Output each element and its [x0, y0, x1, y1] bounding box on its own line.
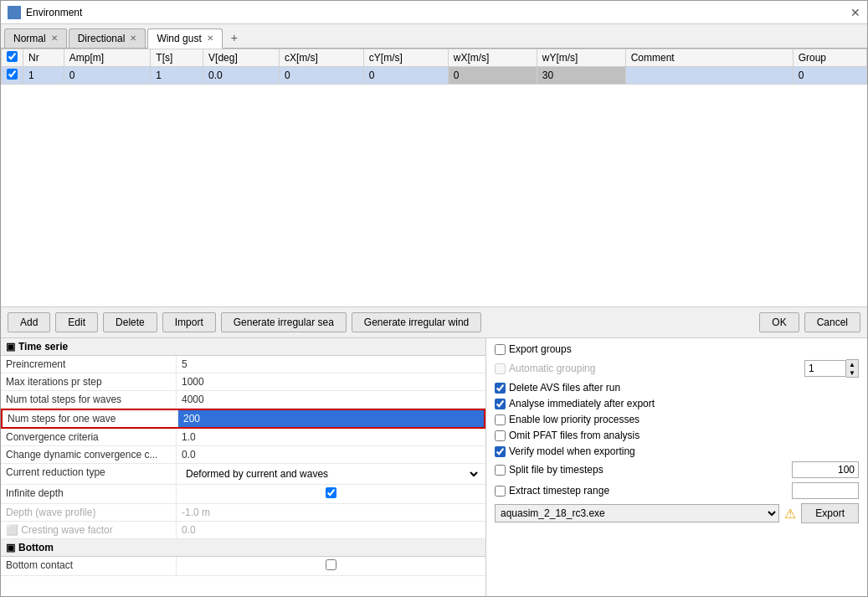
prop-bottom-contact-label: Bottom contact — [1, 557, 177, 575]
tab-directional-close[interactable]: ✕ — [130, 33, 136, 43]
bottom-contact-checkbox[interactable] — [182, 559, 480, 570]
prop-num-total-steps-value[interactable]: 4000 — [177, 391, 485, 408]
select-all-checkbox[interactable] — [7, 51, 18, 62]
analyse-immed-checkbox[interactable] — [495, 399, 506, 409]
tab-bar: Normal ✕ Directional ✕ Wind gust ✕ + — [1, 24, 867, 49]
row-cy: 0 — [363, 67, 448, 85]
tab-normal[interactable]: Normal ✕ — [4, 28, 67, 48]
col-header-cy: cY[m/s] — [363, 49, 448, 67]
extract-timestep-label[interactable]: Extract timestep range — [495, 485, 609, 497]
low-priority-checkbox[interactable] — [495, 414, 506, 425]
bottom-label: Bottom — [18, 542, 54, 553]
titlebar-left: Environment — [8, 6, 82, 19]
time-serie-header[interactable]: ▣ Time serie — [1, 338, 485, 356]
time-serie-label: Time serie — [18, 341, 68, 353]
import-button[interactable]: Import — [162, 312, 216, 332]
right-panel: Export groups Automatic grouping ▲ ▼ — [486, 338, 867, 596]
delete-button[interactable]: Delete — [103, 312, 157, 332]
verify-model-label[interactable]: Verify model when exporting — [495, 445, 635, 457]
spinner-up[interactable]: ▲ — [846, 360, 858, 368]
add-button[interactable]: Add — [8, 312, 50, 332]
extract-timestep-value[interactable] — [792, 482, 859, 499]
prop-infinite-depth-label: Infinite depth — [1, 485, 177, 503]
export-groups-label[interactable]: Export groups — [495, 343, 572, 355]
verify-model-row: Verify model when exporting — [495, 445, 859, 457]
row-checkbox[interactable] — [7, 69, 18, 80]
warning-icon: ⚠ — [784, 506, 796, 522]
bottom-header[interactable]: ▣ Bottom — [1, 539, 485, 557]
prop-current-reduction: Current reduction type Deformed by curre… — [1, 464, 485, 485]
auto-grouping-checkbox — [495, 363, 506, 374]
export-groups-checkbox[interactable] — [495, 344, 506, 355]
verify-model-checkbox[interactable] — [495, 446, 506, 457]
split-file-row: Split file by timesteps — [495, 461, 859, 478]
spinner-controls: ▲ ▼ — [846, 359, 859, 378]
gen-irreg-wind-button[interactable]: Generate irregular wind — [352, 312, 481, 332]
col-header-check — [2, 49, 23, 67]
split-file-label[interactable]: Split file by timesteps — [495, 464, 603, 476]
tab-directional-label: Directional — [78, 33, 126, 44]
infinite-depth-checkbox[interactable] — [182, 487, 480, 498]
prop-max-iter-value[interactable]: 1000 — [177, 373, 485, 390]
tab-wind-gust-close[interactable]: ✕ — [207, 33, 213, 43]
low-priority-row: Enable low priority processes — [495, 414, 859, 425]
ok-button[interactable]: OK — [759, 312, 799, 332]
omit-pfat-label[interactable]: Omit PFAT files from analysis — [495, 430, 639, 441]
export-button[interactable]: Export — [801, 503, 859, 523]
prop-max-iterations: Max iterations pr step 1000 — [1, 373, 485, 391]
tab-normal-close[interactable]: ✕ — [51, 33, 58, 43]
tab-normal-label: Normal — [13, 33, 46, 44]
prop-current-reduction-value[interactable]: Deformed by current and waves — [177, 464, 485, 484]
gen-irreg-sea-button[interactable]: Generate irregular sea — [221, 312, 347, 332]
analyse-immed-label[interactable]: Analyse immediately after export — [495, 398, 655, 409]
col-header-amp: Amp[m] — [64, 49, 150, 67]
row-nr: 1 — [23, 67, 64, 85]
col-header-group: Group — [793, 49, 866, 67]
prop-bottom-contact-value[interactable] — [177, 557, 485, 575]
row-v: 0.0 — [203, 67, 280, 85]
export-groups-row: Export groups — [495, 343, 859, 355]
omit-pfat-checkbox[interactable] — [495, 430, 506, 441]
bottom-collapse-icon: ▣ — [6, 542, 15, 553]
col-header-wy: wY[m/s] — [537, 49, 625, 67]
prop-preincrement-value[interactable]: 5 — [177, 356, 485, 373]
prop-num-steps-one-wave: Num steps for one wave — [1, 409, 485, 429]
omit-pfat-row: Omit PFAT files from analysis — [495, 430, 859, 441]
delete-avs-checkbox[interactable] — [495, 383, 506, 394]
split-file-checkbox[interactable] — [495, 465, 506, 476]
close-icon[interactable]: ✕ — [850, 6, 860, 19]
col-header-v: V[deg] — [203, 49, 280, 67]
row-cx: 0 — [279, 67, 363, 85]
num-steps-input[interactable] — [183, 413, 479, 425]
delete-avs-label[interactable]: Delete AVS files after run — [495, 382, 620, 394]
prop-change-dynamic-value[interactable]: 0.0 — [177, 446, 485, 463]
prop-cresting-label: ⬜ Cresting wave factor — [1, 522, 177, 538]
low-priority-label[interactable]: Enable low priority processes — [495, 414, 639, 425]
time-serie-collapse-icon: ▣ — [6, 341, 15, 353]
export-row: aquasim_2_18_rc3.exe ⚠ Export — [495, 503, 859, 523]
prop-infinite-depth: Infinite depth — [1, 485, 485, 504]
col-header-cx: cX[m/s] — [279, 49, 363, 67]
prop-cresting-wave: ⬜ Cresting wave factor 0.0 — [1, 522, 485, 539]
prop-convergence-label: Convergence criteria — [1, 429, 177, 445]
tab-add-button[interactable]: + — [224, 28, 244, 48]
tab-directional[interactable]: Directional ✕ — [69, 28, 146, 48]
extract-timestep-checkbox[interactable] — [495, 486, 506, 497]
prop-infinite-depth-value[interactable] — [177, 485, 485, 503]
prop-depth-wave-value: -1.0 m — [177, 504, 485, 521]
exe-select[interactable]: aquasim_2_18_rc3.exe — [495, 504, 779, 522]
split-file-value[interactable] — [792, 461, 859, 478]
window-title: Environment — [26, 7, 82, 18]
spinner-down[interactable]: ▼ — [846, 368, 858, 377]
cancel-button[interactable]: Cancel — [804, 312, 860, 332]
extract-timestep-row: Extract timestep range — [495, 482, 859, 499]
row-amp: 0 — [64, 67, 150, 85]
prop-cresting-value: 0.0 — [177, 522, 485, 538]
prop-convergence-value[interactable]: 1.0 — [177, 429, 485, 445]
data-table: Nr Amp[m] T[s] V[deg] cX[m/s] cY[m/s] wX… — [1, 49, 867, 85]
current-reduction-select[interactable]: Deformed by current and waves — [182, 466, 480, 481]
edit-button[interactable]: Edit — [55, 312, 98, 332]
tab-wind-gust[interactable]: Wind gust ✕ — [147, 28, 222, 49]
auto-grouping-value[interactable] — [804, 360, 846, 377]
prop-num-steps-value[interactable] — [178, 410, 484, 427]
